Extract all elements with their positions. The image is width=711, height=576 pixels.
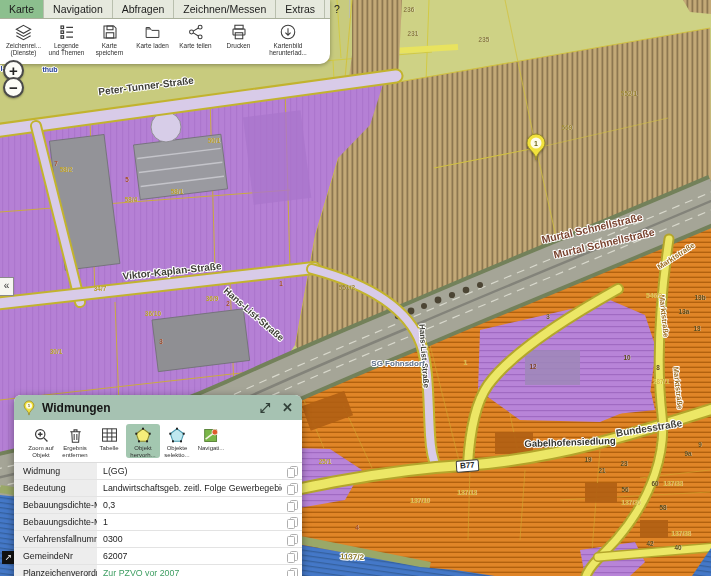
menu-tab-karte[interactable]: Karte [0,0,44,18]
layers-icon [14,22,33,42]
attribute-value: 0300 [97,534,282,544]
toolbar-button-label: Legendeund Themen [49,42,85,56]
popup-tool-objekte[interactable]: Objekteselektio... [160,424,194,458]
menu-tab-bar: KarteNavigationAbfragenZeichnen/MessenEx… [0,0,330,19]
attribute-value: 62007 [97,551,282,561]
toolbar-button-label: Karte laden [136,42,169,49]
toolbar-button-karte-laden[interactable]: Karte laden [131,21,174,49]
attribute-row-bebauungsdichte-min: Bebauungsdichte-Min0,3 [14,497,302,514]
toolbar-button-kartenbild[interactable]: Kartenbildherunterlad... [260,21,316,56]
attribute-row-verfahrensfallnummer: Verfahrensfallnummer0300 [14,531,302,548]
menu-tab-extras[interactable]: Extras [276,0,325,18]
table-icon [101,425,118,445]
copy-button[interactable] [282,550,302,563]
popup-tool-tabelle[interactable]: Tabelle [92,424,126,452]
copy-button[interactable] [282,516,302,529]
popup-tool-label: Zoom aufObjekt [28,445,53,458]
popup-tool-label: Tabelle [99,445,118,452]
popup-tool-label: Objekthervorh... [130,445,155,458]
toolbar-button-label: Zeichenrei...(Dienste) [6,42,41,56]
popup-tool-label: Objekteselektio... [164,445,189,458]
menu-toolbar: Zeichenrei...(Dienste)Legendeund ThemenK… [0,19,330,64]
menu-tab-abfragen[interactable]: Abfragen [113,0,175,18]
copy-button[interactable] [282,567,302,576]
attribute-value: Landwirtschaftsgeb. zeitl. Folge Gewerbe… [97,483,282,493]
copy-button[interactable] [282,499,302,512]
copy-button[interactable] [282,465,302,478]
menu-panel: KarteNavigationAbfragenZeichnen/MessenEx… [0,0,330,64]
toolbar-button-karte[interactable]: Kartespeichern [88,21,131,56]
toolbar-button-drucken[interactable]: Drucken [217,21,260,49]
attribute-value: Zur PZVO vor 2007 [97,568,282,576]
download-icon [279,22,297,42]
attribute-row-planzeichenverordnung: PlanzeichenverordnungZur PZVO vor 2007 [14,565,302,576]
popup-attribute-table: WidmungL(GG)BedeutungLandwirtschaftsgeb.… [14,462,302,576]
attribute-row-gemeindenr: GemeindeNr62007 [14,548,302,565]
print-icon [230,22,248,42]
popup-tool-navigati[interactable]: Navigati... [194,424,228,452]
toolbar-button-zeichenrei[interactable]: Zeichenrei...(Dienste) [2,21,45,56]
toolbar-button-label: Kartespeichern [96,42,124,56]
toolbar-button-label: Kartenbildherunterlad... [269,42,307,56]
attribute-label: GemeindeNr [14,548,97,564]
save-icon [101,22,119,42]
select-objects-icon [168,425,186,445]
folder-icon [143,22,162,42]
toolbar-button-label: Drucken [227,42,251,49]
result-marker-pin[interactable]: 1 [525,133,547,161]
zoom-out-button[interactable]: − [3,77,24,98]
trash-icon [68,425,83,445]
attribute-row-widmung: WidmungL(GG) [14,463,302,480]
attribute-label: Bedeutung [14,480,97,496]
popup-tool-zoom-auf[interactable]: Zoom aufObjekt [24,424,58,458]
attribute-label: Planzeichenverordnung [14,565,97,576]
popup-title: Widmungen [42,401,248,415]
legend-icon [58,22,76,42]
popup-marker-icon: 1 [23,400,35,416]
attribute-label: Bebauungsdichte-Max [14,514,97,530]
widmungen-popup: 1 Widmungen ⤢ ✕ Zoom aufObjektErgebnisen… [14,395,302,576]
copy-button[interactable] [282,533,302,546]
app-window: Peter-Tunner-StraßeViktor-Kaplan-StraßeH… [0,0,711,576]
menu-tab-?[interactable]: ? [325,0,350,18]
close-icon[interactable]: ✕ [282,401,293,414]
toolbar-button-legende[interactable]: Legendeund Themen [45,21,88,56]
attribute-value: L(GG) [97,466,282,476]
popup-tool-label: Navigati... [198,445,225,452]
svg-text:1: 1 [534,140,538,147]
toolbar-button-karte-teilen[interactable]: Karte teilen [174,21,217,49]
attribute-label: Bebauungsdichte-Min [14,497,97,513]
attribute-value-link[interactable]: Zur PZVO vor 2007 [103,568,179,576]
highlight-object-icon [134,425,152,445]
popup-tool-ergebnis[interactable]: Ergebnisentfernen [58,424,92,458]
share-icon [187,22,205,42]
road-shield-b77: B77 [456,459,479,473]
navigate-icon [203,425,220,445]
menu-tab-zeichnen-messen[interactable]: Zeichnen/Messen [174,0,276,18]
popup-header[interactable]: 1 Widmungen ⤢ ✕ [14,395,302,420]
attribute-value: 1 [97,517,282,527]
expand-icon[interactable]: ⤢ [260,401,270,414]
attribute-label: Widmung [14,463,97,479]
sidebar-collapse-button[interactable]: « [0,277,14,296]
popup-toolbar: Zoom aufObjektErgebnisentfernenTabelleOb… [14,420,302,462]
attribute-value: 0,3 [97,500,282,510]
copy-button[interactable] [282,482,302,495]
attribute-row-bedeutung: BedeutungLandwirtschaftsgeb. zeitl. Folg… [14,480,302,497]
zoom-object-icon [33,425,50,445]
attribute-label: Verfahrensfallnummer [14,531,97,547]
popup-tool-label: Ergebnisentfernen [62,445,87,458]
attribute-row-bebauungsdichte-max: Bebauungsdichte-Max1 [14,514,302,531]
popup-tool-objekt[interactable]: Objekthervorh... [126,424,160,458]
toolbar-button-label: Karte teilen [179,42,211,49]
menu-tab-navigation[interactable]: Navigation [44,0,113,18]
